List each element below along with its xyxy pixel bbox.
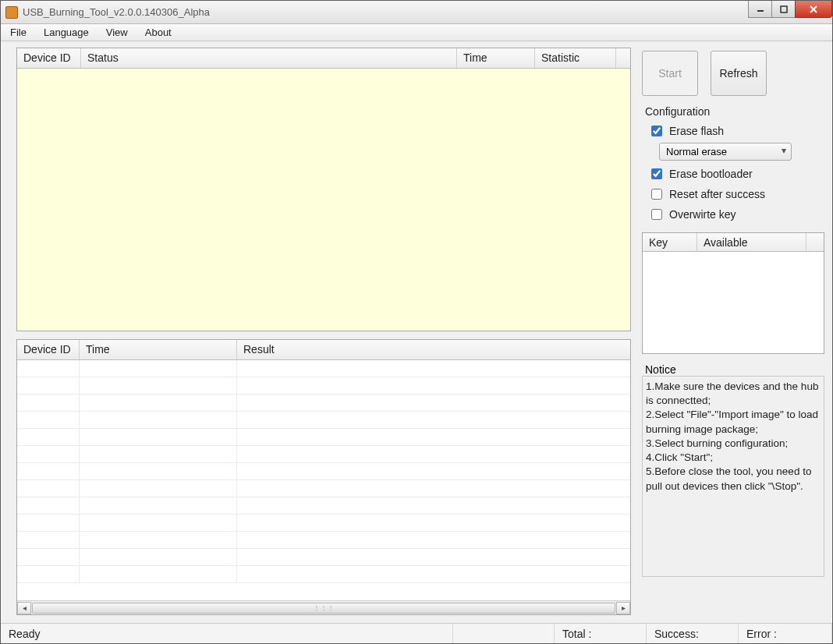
reset-after-success-label: Reset after success: [669, 188, 765, 200]
table-row: [17, 566, 630, 583]
device-grid-body: [17, 69, 630, 331]
status-total: Total :: [555, 624, 647, 643]
erase-bootloader-checkbox[interactable]: Erase bootloader: [642, 164, 824, 184]
close-button[interactable]: [795, 1, 832, 18]
result-grid: Device ID Time Result: [16, 339, 631, 615]
menu-about[interactable]: About: [142, 25, 175, 40]
device-grid-header: Device ID Status Time Statistic: [17, 48, 630, 69]
table-row: [17, 532, 630, 549]
device-col-status[interactable]: Status: [81, 48, 457, 68]
key-col-pad: [806, 233, 824, 251]
maximize-button[interactable]: [771, 1, 795, 18]
app-icon: [5, 6, 18, 19]
table-row: [17, 412, 630, 429]
scroll-left-icon[interactable]: ◂: [17, 602, 31, 614]
configuration-title: Configuration: [645, 105, 824, 118]
table-row: [17, 395, 630, 412]
result-hscrollbar[interactable]: ◂ ⋮⋮⋮ ▸: [17, 600, 630, 614]
scroll-track[interactable]: ⋮⋮⋮: [31, 602, 616, 614]
refresh-button[interactable]: Refresh: [711, 51, 767, 96]
svg-rect-1: [781, 6, 787, 12]
status-gap: [453, 624, 555, 643]
erase-flash-label: Erase flash: [669, 125, 724, 137]
device-col-time[interactable]: Time: [457, 48, 535, 68]
notice-title: Notice: [645, 363, 824, 376]
statusbar: Ready Total : Success: Error :: [1, 623, 832, 643]
table-row: [17, 549, 630, 566]
table-row: [17, 480, 630, 497]
minimize-button[interactable]: [748, 1, 771, 18]
device-col-statistic[interactable]: Statistic: [535, 48, 616, 68]
key-grid-body: [643, 252, 824, 353]
device-col-pad: [616, 48, 630, 68]
overwrite-key-input[interactable]: [651, 209, 662, 220]
window-title: USB_Burning_Tool_v2.0.0.140306_Alpha: [23, 6, 210, 18]
key-col-key[interactable]: Key: [643, 233, 697, 251]
key-grid: Key Available: [642, 232, 824, 354]
menu-view[interactable]: View: [103, 25, 131, 40]
window: USB_Burning_Tool_v2.0.0.140306_Alpha Fil…: [0, 0, 833, 644]
erase-flash-checkbox[interactable]: Erase flash: [642, 121, 824, 141]
key-grid-header: Key Available: [643, 233, 824, 252]
client-area: Device ID Status Time Statistic Device I…: [5, 43, 828, 620]
window-controls: [748, 1, 832, 18]
titlebar: USB_Burning_Tool_v2.0.0.140306_Alpha: [1, 1, 832, 24]
erase-bootloader-label: Erase bootloader: [669, 168, 753, 180]
action-buttons: Start Refresh: [642, 51, 824, 96]
reset-after-success-input[interactable]: [651, 189, 662, 200]
menubar: File Language View About: [1, 24, 832, 41]
status-error: Error :: [739, 624, 832, 643]
status-success: Success:: [647, 624, 739, 643]
start-button[interactable]: Start: [642, 51, 698, 96]
overwrite-key-label: Overwirte key: [669, 208, 736, 221]
left-column: Device ID Status Time Statistic Device I…: [16, 48, 631, 615]
table-row: [17, 515, 630, 532]
notice-line-3: 3.Select burning configuration;: [646, 437, 819, 451]
table-row: [17, 463, 630, 480]
device-grid: Device ID Status Time Statistic: [16, 48, 631, 331]
result-grid-body: [17, 360, 630, 600]
menu-file[interactable]: File: [7, 25, 30, 40]
result-col-result[interactable]: Result: [237, 340, 630, 359]
table-row: [17, 446, 630, 463]
scroll-right-icon[interactable]: ▸: [616, 602, 630, 614]
table-row: [17, 377, 630, 395]
key-col-available[interactable]: Available: [697, 233, 806, 251]
erase-mode-select[interactable]: Normal erase: [659, 143, 792, 161]
notice-box: 1.Make sure the devices and the hub is c…: [642, 376, 824, 577]
scroll-thumb[interactable]: ⋮⋮⋮: [32, 603, 615, 614]
reset-after-success-checkbox[interactable]: Reset after success: [642, 184, 824, 204]
notice-line-5: 5.Before close the tool, you need to pul…: [646, 465, 819, 493]
result-col-time[interactable]: Time: [80, 340, 237, 359]
erase-mode-value: Normal erase: [666, 146, 727, 157]
result-col-id[interactable]: Device ID: [17, 340, 80, 359]
table-row: [17, 429, 630, 446]
notice-line-4: 4.Click "Start";: [646, 451, 819, 465]
right-column: Start Refresh Configuration Erase flash …: [642, 48, 824, 615]
notice-line-1: 1.Make sure the devices and the hub is c…: [646, 380, 819, 408]
menu-language[interactable]: Language: [41, 25, 92, 40]
result-grid-header: Device ID Time Result: [17, 340, 630, 360]
device-col-id[interactable]: Device ID: [17, 48, 81, 68]
overwrite-key-checkbox[interactable]: Overwirte key: [642, 204, 824, 225]
table-row: [17, 360, 630, 377]
configuration-group: Configuration Erase flash Normal erase E…: [642, 105, 824, 225]
erase-flash-input[interactable]: [651, 126, 662, 136]
erase-bootloader-input[interactable]: [651, 168, 662, 179]
status-ready: Ready: [1, 624, 453, 643]
notice-line-2: 2.Select "File"-"Import image" to load b…: [646, 408, 819, 436]
table-row: [17, 497, 630, 515]
